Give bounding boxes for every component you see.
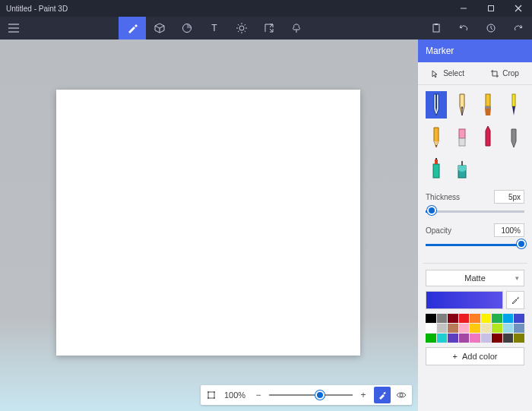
material-select[interactable]: Matte ▾ <box>426 270 524 286</box>
chevron-down-icon: ▾ <box>515 274 519 282</box>
current-color-swatch[interactable] <box>426 291 503 309</box>
zoom-mode-button[interactable] <box>374 387 391 403</box>
opacity-value[interactable]: 100% <box>494 223 524 237</box>
add-color-button[interactable]: + Add color <box>426 347 524 365</box>
palette-color[interactable] <box>448 314 458 323</box>
tool-3d-library[interactable] <box>283 17 310 40</box>
zoom-out-button[interactable]: − <box>251 387 266 403</box>
palette-color[interactable] <box>492 314 502 323</box>
brush-pencil[interactable] <box>426 123 447 150</box>
palette-color[interactable] <box>481 324 492 333</box>
thickness-value[interactable]: 5px <box>494 190 524 204</box>
color-palette <box>426 314 524 343</box>
minimize-button[interactable] <box>450 0 477 17</box>
tool-3d-shapes[interactable] <box>146 17 173 40</box>
palette-color[interactable] <box>503 314 514 323</box>
zoom-value: 100% <box>222 390 248 400</box>
palette-color[interactable] <box>470 334 480 343</box>
opacity-slider[interactable] <box>426 240 524 251</box>
tool-canvas[interactable] <box>255 17 283 40</box>
tool-brushes[interactable] <box>119 17 146 40</box>
palette-color[interactable] <box>503 334 514 343</box>
tool-stickers[interactable] <box>173 17 201 40</box>
top-toolbar: T <box>0 17 532 40</box>
palette-color[interactable] <box>459 334 470 343</box>
menu-button[interactable] <box>0 24 27 33</box>
brush-spray-can[interactable] <box>426 155 447 182</box>
add-color-label: Add color <box>462 352 497 361</box>
thickness-label: Thickness <box>426 193 460 201</box>
thickness-slider[interactable] <box>426 207 524 217</box>
palette-color[interactable] <box>481 314 492 323</box>
svg-rect-30 <box>486 94 490 106</box>
brush-grid <box>418 85 532 185</box>
eyedropper-button[interactable] <box>506 291 524 309</box>
zoom-bar: 100% − + <box>201 385 412 405</box>
svg-rect-36 <box>435 160 438 164</box>
palette-color[interactable] <box>481 334 492 343</box>
titlebar: Untitled - Paint 3D <box>0 0 532 17</box>
zoom-slider[interactable] <box>269 394 353 396</box>
view-3d-button[interactable] <box>394 387 409 403</box>
undo-button[interactable] <box>450 17 477 40</box>
brush-watercolor[interactable] <box>503 91 524 119</box>
close-button[interactable] <box>505 0 532 17</box>
crop-tool[interactable]: Crop <box>490 69 519 78</box>
tool-text[interactable]: T <box>201 17 228 40</box>
window-title: Untitled - Paint 3D <box>6 5 450 13</box>
palette-color[interactable] <box>426 314 436 323</box>
zoom-in-button[interactable]: + <box>356 387 371 403</box>
palette-color[interactable] <box>492 334 502 343</box>
brush-oil-brush[interactable] <box>477 91 499 119</box>
svg-text:T: T <box>211 23 217 33</box>
tool-effects[interactable] <box>228 17 255 40</box>
svg-rect-19 <box>433 24 439 32</box>
palette-color[interactable] <box>426 334 436 343</box>
svg-rect-27 <box>383 392 386 395</box>
palette-color[interactable] <box>448 334 458 343</box>
svg-rect-32 <box>512 94 515 106</box>
palette-color[interactable] <box>514 314 524 323</box>
fit-to-screen-icon[interactable] <box>204 387 219 403</box>
palette-color[interactable] <box>514 334 524 343</box>
material-label: Matte <box>464 273 486 283</box>
brush-fill[interactable] <box>451 155 473 182</box>
canvas[interactable] <box>56 90 360 356</box>
svg-rect-20 <box>435 24 438 25</box>
current-color-row <box>426 291 524 309</box>
palette-color[interactable] <box>437 324 448 333</box>
brush-pixel-pen[interactable] <box>503 123 524 150</box>
svg-line-17 <box>238 31 239 32</box>
svg-point-9 <box>239 26 244 30</box>
palette-color[interactable] <box>459 314 470 323</box>
palette-color[interactable] <box>470 324 480 333</box>
palette-color[interactable] <box>437 334 448 343</box>
maximize-button[interactable] <box>477 0 505 17</box>
palette-color[interactable] <box>514 324 524 333</box>
palette-color[interactable] <box>437 314 448 323</box>
redo-button[interactable] <box>505 17 532 40</box>
crop-label: Crop <box>502 69 519 77</box>
svg-rect-1 <box>489 6 494 11</box>
paste-button[interactable] <box>423 17 450 40</box>
brush-crayon[interactable] <box>477 123 499 150</box>
panel-title: Marker <box>418 40 532 62</box>
select-tool[interactable]: Select <box>431 69 464 78</box>
svg-line-14 <box>238 24 239 25</box>
brush-marker[interactable] <box>426 91 447 119</box>
brush-calligraphy-pen[interactable] <box>451 91 473 119</box>
opacity-label: Opacity <box>426 226 451 235</box>
palette-color[interactable] <box>503 324 514 333</box>
palette-color[interactable] <box>426 324 436 333</box>
svg-rect-22 <box>208 392 214 398</box>
palette-color[interactable] <box>492 324 502 333</box>
svg-line-16 <box>245 24 245 25</box>
canvas-viewport[interactable]: 100% − + <box>0 40 418 411</box>
brush-eraser[interactable] <box>451 123 473 150</box>
palette-color[interactable] <box>459 324 470 333</box>
svg-rect-37 <box>435 158 437 160</box>
history-button[interactable] <box>477 17 505 40</box>
palette-color[interactable] <box>448 324 458 333</box>
palette-color[interactable] <box>470 314 480 323</box>
svg-point-26 <box>214 397 215 399</box>
